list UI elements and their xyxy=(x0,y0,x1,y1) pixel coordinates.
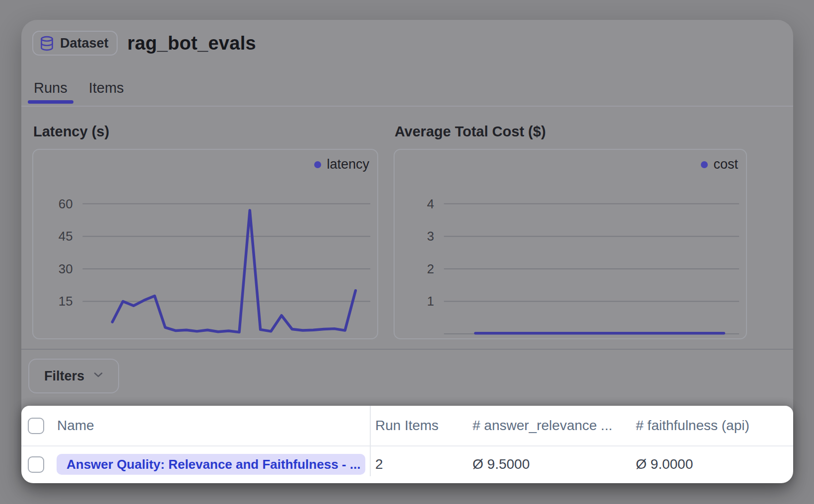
panel-header: Dataset rag_bot_evals xyxy=(21,20,793,56)
table-header-row: Name Run Items # answer_relevance ... # … xyxy=(21,406,793,446)
cost-legend-dot-icon xyxy=(701,161,708,168)
row-checkbox[interactable] xyxy=(28,456,44,473)
charts-row: Latency (s) latency 15304560 Average Tot… xyxy=(21,107,793,339)
tab-runs[interactable]: Runs xyxy=(28,79,73,106)
latency-legend[interactable]: latency xyxy=(314,157,369,172)
tab-items[interactable]: Items xyxy=(83,79,130,106)
row-select-cell xyxy=(21,456,56,473)
cost-chart-title: Average Total Cost ($) xyxy=(395,124,747,139)
tab-bar: Runs Items xyxy=(21,79,793,107)
filters-button-label: Filters xyxy=(44,369,84,384)
svg-text:60: 60 xyxy=(59,197,73,211)
tab-runs-label: Runs xyxy=(34,80,68,96)
latency-legend-label: latency xyxy=(327,157,369,172)
dataset-panel: Dataset rag_bot_evals Runs Items Latency… xyxy=(21,20,793,483)
latency-chart-title: Latency (s) xyxy=(33,124,378,139)
row-faithfulness-value: Ø 9.0000 xyxy=(636,456,793,472)
tab-items-label: Items xyxy=(89,80,124,96)
row-run-items-value: 2 xyxy=(370,456,473,472)
latency-line-chart: 15304560 xyxy=(33,150,377,338)
svg-text:2: 2 xyxy=(427,262,434,276)
database-icon xyxy=(39,35,55,52)
svg-text:15: 15 xyxy=(59,295,73,309)
svg-text:4: 4 xyxy=(427,197,434,211)
latency-chart-section: Latency (s) latency 15304560 xyxy=(32,124,378,339)
svg-text:1: 1 xyxy=(427,295,434,309)
svg-text:45: 45 xyxy=(59,229,73,243)
runs-table: Name Run Items # answer_relevance ... # … xyxy=(21,406,793,483)
chevron-down-icon xyxy=(92,368,105,384)
filters-button[interactable]: Filters xyxy=(28,359,119,393)
row-name-cell: Answer Quality: Relevance and Faithfulne… xyxy=(56,454,370,475)
select-all-cell xyxy=(21,418,56,434)
column-header-faithfulness: # faithfulness (api) xyxy=(636,418,793,434)
screen: Dataset rag_bot_evals Runs Items Latency… xyxy=(0,0,814,504)
filters-divider xyxy=(21,349,793,350)
column-header-run-items: Run Items xyxy=(370,418,473,434)
cost-line-chart: 1234 xyxy=(395,150,746,338)
latency-legend-dot-icon xyxy=(314,161,321,168)
cost-chart-section: Average Total Cost ($) cost 1234 xyxy=(394,124,747,339)
page-title: rag_bot_evals xyxy=(128,33,256,54)
svg-text:3: 3 xyxy=(427,229,434,243)
row-answer-relevance-value: Ø 9.5000 xyxy=(473,456,636,472)
table-row: Answer Quality: Relevance and Faithfulne… xyxy=(21,446,793,482)
svg-text:30: 30 xyxy=(59,262,73,276)
latency-chart-card: latency 15304560 xyxy=(32,149,378,339)
cost-legend[interactable]: cost xyxy=(701,157,738,172)
column-header-name: Name xyxy=(56,418,370,434)
run-name-link[interactable]: Answer Quality: Relevance and Faithfulne… xyxy=(57,454,365,475)
cost-chart-card: cost 1234 xyxy=(394,149,747,339)
select-all-checkbox[interactable] xyxy=(28,418,44,434)
cost-legend-label: cost xyxy=(713,157,738,172)
column-header-answer-relevance: # answer_relevance ... xyxy=(473,418,636,434)
dataset-badge: Dataset xyxy=(32,31,118,56)
dataset-badge-label: Dataset xyxy=(60,36,109,51)
